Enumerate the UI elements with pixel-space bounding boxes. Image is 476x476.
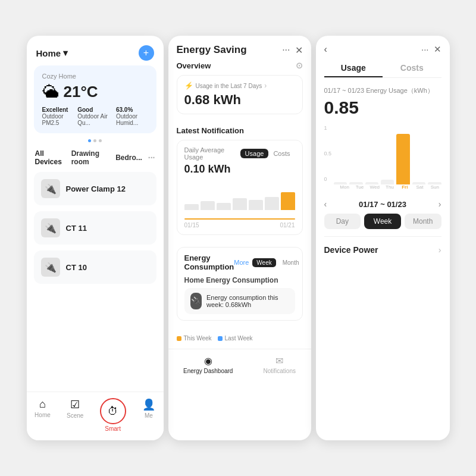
bar-fri <box>396 125 409 184</box>
bar-tue <box>349 125 362 184</box>
bar-1 <box>184 204 199 210</box>
p3-more-icon[interactable]: ··· <box>421 44 429 55</box>
nav-notifications[interactable]: ✉ Notifications <box>263 355 295 374</box>
month-btn[interactable]: Month <box>405 214 441 229</box>
y-label-1: 1 <box>324 125 332 131</box>
usage-btn[interactable]: Usage <box>240 149 269 158</box>
device-tabs: All Devices Drawing room Bedro... ··· <box>27 147 164 172</box>
consumption-card: Energy Consumption More Week Month Home … <box>177 247 303 321</box>
tab-costs[interactable]: Costs <box>383 60 441 77</box>
more-link[interactable]: More <box>234 259 249 266</box>
x-mon: Mon <box>339 184 351 190</box>
device-icon-power-clamp: 🔌 <box>41 179 60 198</box>
day-btn[interactable]: Day <box>324 214 361 229</box>
bar-wed <box>365 125 378 184</box>
home-icon: ⌂ <box>39 398 46 411</box>
notif-header: Daily Average Usage Usage Costs <box>184 146 295 161</box>
date-range-label: 01/17 ~ 01/23 Energy Usage（kWh） <box>316 84 450 96</box>
date-end: 01/21 <box>280 222 295 228</box>
close-icon[interactable]: ✕ <box>295 45 303 56</box>
nav-me[interactable]: 👤 Me <box>142 398 155 432</box>
week-btn[interactable]: Week <box>364 214 401 229</box>
carousel-dots <box>27 139 164 142</box>
bar-sat <box>412 125 425 184</box>
overview-settings-icon[interactable]: ⊙ <box>296 61 303 70</box>
consumption-text: Energy consumption this week: 0.68kWh <box>206 294 289 308</box>
chevron-right-icon: › <box>264 82 267 90</box>
dot-3 <box>99 139 102 142</box>
overview-card[interactable]: ⚡ Usage in the Last 7 Days › 0.68 kWh <box>177 75 303 114</box>
p3-header: ‹ ··· ✕ <box>316 36 450 60</box>
add-button[interactable]: + <box>139 45 154 61</box>
week-btn[interactable]: Week <box>252 258 275 267</box>
chart-dates: 01/15 01/21 <box>184 222 295 228</box>
nav-smart[interactable]: ⏱ Smart <box>100 398 126 432</box>
x-wed: Wed <box>368 184 381 190</box>
y-label-0: 0 <box>324 176 332 182</box>
nav-energy-dashboard[interactable]: ◉ Energy Dashboard <box>183 355 233 374</box>
smart-circle: ⏱ <box>100 398 126 424</box>
tab-drawing-room[interactable]: Drawing room <box>71 149 109 166</box>
x-fri: Fri <box>399 184 411 190</box>
weather-stats: Excellent Outdoor PM2.5 Good Outdoor Air… <box>42 107 148 126</box>
notification-section: Latest Notification Daily Average Usage … <box>168 126 311 247</box>
device-power-row[interactable]: Device Power › <box>316 237 450 263</box>
y-axis: 1 0.5 0 <box>324 125 332 184</box>
x-thu: Thu <box>383 184 396 190</box>
daily-avg-label: Daily Average Usage <box>184 146 240 161</box>
panel-home: Home ▾ + Cozy Home 🌥 21°C Excellent Outd… <box>27 36 164 440</box>
overview-title: Overview ⊙ <box>177 61 303 70</box>
bar-sun <box>428 125 441 184</box>
chart-legend: This Week Last Week <box>168 333 311 346</box>
pm25-stat: Excellent Outdoor PM2.5 <box>42 107 71 126</box>
consumption-title: Energy Consumption <box>184 253 234 271</box>
nav-scene[interactable]: ☑ Scene <box>67 398 83 432</box>
bar-6 <box>265 197 279 211</box>
daily-kwh-value: 0.10 kWh <box>184 163 295 176</box>
me-icon: 👤 <box>142 398 155 411</box>
panel-usage-costs: ‹ ··· ✕ Usage Costs 01/17 ~ 01/23 Energy… <box>316 36 450 440</box>
p2-bottom-nav: ◉ Energy Dashboard ✉ Notifications <box>168 349 311 383</box>
cons-header: Energy Consumption More Week Month <box>184 253 295 271</box>
location-label: Cozy Home <box>42 73 148 80</box>
x-sat: Sat <box>414 184 426 190</box>
usage-costs-toggle: Usage Costs <box>240 149 295 158</box>
tab-bedro[interactable]: Bedro... <box>115 154 142 162</box>
p2-title: Energy Saving <box>177 44 247 56</box>
dot-1 <box>88 139 91 142</box>
bar-5 <box>249 200 263 211</box>
more-icon[interactable]: ··· <box>282 45 290 55</box>
tab-more[interactable]: ··· <box>148 153 155 162</box>
p3-tabs: Usage Costs <box>324 60 441 78</box>
tab-all-devices[interactable]: All Devices <box>35 149 65 166</box>
usage-hint: ⚡ Usage in the Last 7 Days › <box>184 82 295 90</box>
device-name-ct10: CT 10 <box>66 263 87 272</box>
month-btn[interactable]: Month <box>278 258 303 267</box>
consumption-item: 🔌 Energy consumption this week: 0.68kWh <box>184 288 295 314</box>
notification-card: Daily Average Usage Usage Costs 0.10 kWh <box>177 140 303 235</box>
week-nav: ‹ 01/17 ~ 01/23 › <box>316 195 450 214</box>
device-item-ct11[interactable]: 🔌 CT 11 <box>34 211 156 245</box>
legend-last-week: Last Week <box>218 335 253 342</box>
energy-dashboard-icon: ◉ <box>204 355 212 367</box>
chart-bars <box>334 125 441 184</box>
back-button[interactable]: ‹ <box>324 44 327 55</box>
tab-usage[interactable]: Usage <box>324 60 383 77</box>
x-tue: Tue <box>353 184 366 190</box>
usage-kwh-value: 0.68 kWh <box>184 92 295 108</box>
home-label[interactable]: Home ▾ <box>36 48 68 58</box>
p1-header: Home ▾ + <box>27 36 164 65</box>
device-name-power-clamp: Power Clamp 12 <box>66 184 126 193</box>
device-plug-icon: 🔌 <box>190 293 202 309</box>
p3-close-icon[interactable]: ✕ <box>434 44 441 55</box>
bar-mon <box>334 125 347 184</box>
device-name-ct11: CT 11 <box>66 224 87 233</box>
costs-btn[interactable]: Costs <box>268 149 295 158</box>
prev-week-button[interactable]: ‹ <box>324 199 327 209</box>
energy-consumption-section: Energy Consumption More Week Month Home … <box>168 247 311 333</box>
next-week-button[interactable]: › <box>439 199 441 209</box>
weather-card: Cozy Home 🌥 21°C Excellent Outdoor PM2.5… <box>34 65 156 133</box>
nav-home[interactable]: ⌂ Home <box>35 398 51 432</box>
device-item-power-clamp[interactable]: 🔌 Power Clamp 12 <box>34 172 156 205</box>
device-item-ct10[interactable]: 🔌 CT 10 <box>34 250 156 284</box>
